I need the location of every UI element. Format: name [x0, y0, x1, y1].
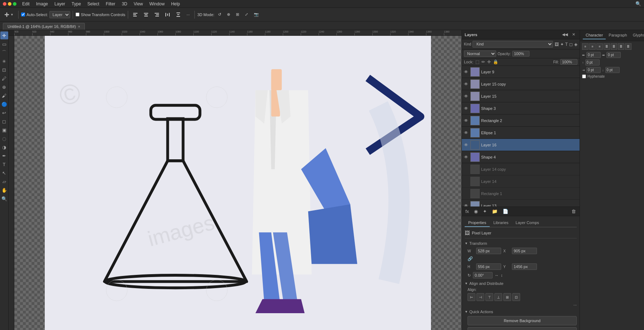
document-tab[interactable]: Untitled-1 @ 164% (Layer 16, RGB/8#) ×	[3, 23, 85, 30]
align-right-btn[interactable]	[152, 11, 161, 18]
lock-all-btn[interactable]: 🔒	[493, 59, 498, 64]
eyedropper-tool[interactable]: 🖊	[0, 74, 8, 82]
para-align-right-btn[interactable]: ≡	[596, 43, 603, 50]
tab-properties[interactable]: Properties	[465, 219, 490, 227]
menu-filter[interactable]: Filter	[103, 1, 118, 7]
menu-window[interactable]: Window	[146, 1, 168, 7]
camera-btn[interactable]: 📷	[252, 11, 261, 18]
remove-bg-btn[interactable]: Remove Background	[468, 316, 577, 325]
distribute-btn[interactable]	[163, 11, 172, 18]
align-v-center-btn[interactable]: ⊞	[503, 293, 511, 301]
angle-input[interactable]	[473, 272, 493, 278]
layer-visibility-toggle[interactable]: 👁	[464, 155, 469, 160]
layer-item[interactable]: Layer 14 copy	[462, 163, 580, 175]
layer-item[interactable]: 👁 Layer 13	[462, 200, 580, 207]
align-right-edge-btn[interactable]: ⊤	[485, 293, 493, 301]
select-tool[interactable]: ▭	[0, 40, 8, 48]
show-transform-label[interactable]: Show Transform Controls	[76, 13, 125, 17]
magic-wand-tool[interactable]: ✳	[0, 57, 8, 65]
hand-tool[interactable]: ✋	[0, 186, 8, 194]
hyphenate-label[interactable]: Hyphenate	[582, 74, 642, 78]
align-bottom-edge-btn[interactable]: ⊡	[512, 293, 520, 301]
path-selection-tool[interactable]: ↖	[0, 169, 8, 177]
x-input[interactable]	[512, 248, 537, 254]
align-left-btn[interactable]	[131, 11, 140, 18]
pen-tool[interactable]: ✒	[0, 152, 8, 160]
menu-edit[interactable]: Edit	[19, 1, 33, 7]
tab-glyphs[interactable]: Glyphs	[630, 31, 644, 39]
layer-adjustment-btn[interactable]: ✦	[481, 208, 488, 214]
tab-close-btn[interactable]: ×	[78, 25, 80, 29]
layer-visibility-toggle[interactable]: 👁	[464, 130, 469, 135]
quick-actions-title[interactable]: ▼ Quick Actions	[465, 310, 577, 314]
kind-filter-dropdown[interactable]: Kind	[473, 41, 553, 48]
window-close-btn[interactable]	[3, 2, 6, 6]
para-justify-btn[interactable]: ≣	[604, 43, 610, 50]
new-group-btn[interactable]: 📁	[490, 208, 499, 214]
rotate-tool-btn[interactable]: ↺	[216, 11, 223, 18]
coordinate-btn[interactable]: ⊕	[225, 11, 232, 18]
indent-left-input[interactable]	[586, 52, 601, 58]
layer-item[interactable]: 👁 Rectangle 2	[462, 115, 580, 127]
more-options-btn[interactable]: ···	[184, 11, 192, 18]
shape-tool[interactable]: ▱	[0, 178, 8, 185]
menu-help[interactable]: Help	[168, 1, 183, 7]
menu-3d[interactable]: 3D	[119, 1, 130, 7]
fill-input[interactable]	[560, 59, 577, 65]
layer-item[interactable]: 👁 Shape 3	[462, 102, 580, 115]
opacity-input[interactable]	[512, 51, 529, 57]
menu-image[interactable]: Image	[33, 1, 51, 7]
layer-item[interactable]: 👁 Layer 15	[462, 90, 580, 102]
grid-btn[interactable]: ⊞	[234, 11, 241, 18]
indent-right-input[interactable]	[606, 52, 621, 58]
move-tool[interactable]: ✛	[0, 31, 8, 39]
lock-position-btn[interactable]: ✛	[487, 59, 491, 64]
menu-type[interactable]: Type	[69, 1, 84, 7]
para-justify-last-left-btn[interactable]: ≣	[611, 43, 617, 50]
zoom-tool[interactable]: 🔍	[0, 195, 8, 203]
para-justify-last-center-btn[interactable]: ≣	[618, 43, 624, 50]
layer-visibility-toggle[interactable]: 👁	[464, 69, 469, 74]
lock-image-btn[interactable]: ✏	[481, 59, 485, 64]
space-before-input[interactable]	[585, 59, 600, 65]
y-input[interactable]	[512, 263, 537, 270]
more-align-btn[interactable]: ···	[573, 303, 577, 307]
select-subject-btn[interactable]: Select Subject	[468, 327, 577, 330]
layer-item[interactable]: 👁 Layer 16	[462, 139, 580, 151]
para-align-left-btn[interactable]: ≡	[582, 43, 589, 50]
clone-tool[interactable]: 🔵	[0, 100, 8, 108]
history-brush-tool[interactable]: ↩	[0, 109, 8, 117]
show-transform-checkbox[interactable]	[76, 13, 79, 16]
window-max-btn[interactable]	[13, 2, 16, 6]
layer-effects-btn[interactable]: fx	[464, 208, 470, 214]
layers-panel-collapse-btn[interactable]: ◀◀	[561, 32, 569, 37]
h-input[interactable]	[476, 263, 501, 270]
transform-section-title[interactable]: ▼ Transform	[465, 241, 577, 246]
distribute-v-btn[interactable]	[174, 11, 183, 18]
space-after-input[interactable]	[605, 67, 620, 73]
canvas-area[interactable]: 9009209409609801000102010401060108011001…	[9, 30, 461, 330]
tab-character[interactable]: Character	[583, 31, 606, 39]
layer-item[interactable]: 👁 Layer 15 copy	[462, 78, 580, 90]
new-layer-btn[interactable]: 📄	[501, 208, 510, 214]
align-h-center-btn[interactable]: ⊣	[476, 293, 484, 301]
brush-tool[interactable]: 🖌	[0, 92, 8, 100]
layer-item[interactable]: 👁 Shape 4	[462, 151, 580, 163]
layers-list[interactable]: 👁 Layer 9 👁 Layer 15 copy 👁 Layer 15 👁 S…	[462, 66, 580, 207]
layer-visibility-toggle[interactable]: 👁	[464, 94, 469, 99]
smart-filter-icon[interactable]: ◈	[574, 42, 577, 47]
align-center-btn[interactable]	[141, 11, 151, 18]
eraser-tool[interactable]: ◻	[0, 117, 8, 125]
blend-mode-dropdown[interactable]: Normal	[464, 50, 496, 57]
layer-item[interactable]: Layer 14	[462, 175, 580, 188]
align-section-title[interactable]: ▼ Align and Distribute	[465, 281, 577, 286]
layer-visibility-toggle[interactable]: 👁	[464, 118, 469, 123]
move-tool-btn[interactable]: ▼	[2, 11, 16, 18]
layers-panel-close-btn[interactable]: ✕	[571, 32, 577, 37]
layer-item[interactable]: 👁 Layer 9	[462, 66, 580, 78]
text-tool[interactable]: T	[0, 160, 8, 168]
healing-tool[interactable]: ⊕	[0, 83, 8, 91]
align-left-edge-btn[interactable]: ⊢	[468, 293, 475, 301]
layer-dropdown[interactable]: Layer	[49, 11, 70, 18]
blur-tool[interactable]: ◌	[0, 135, 8, 142]
